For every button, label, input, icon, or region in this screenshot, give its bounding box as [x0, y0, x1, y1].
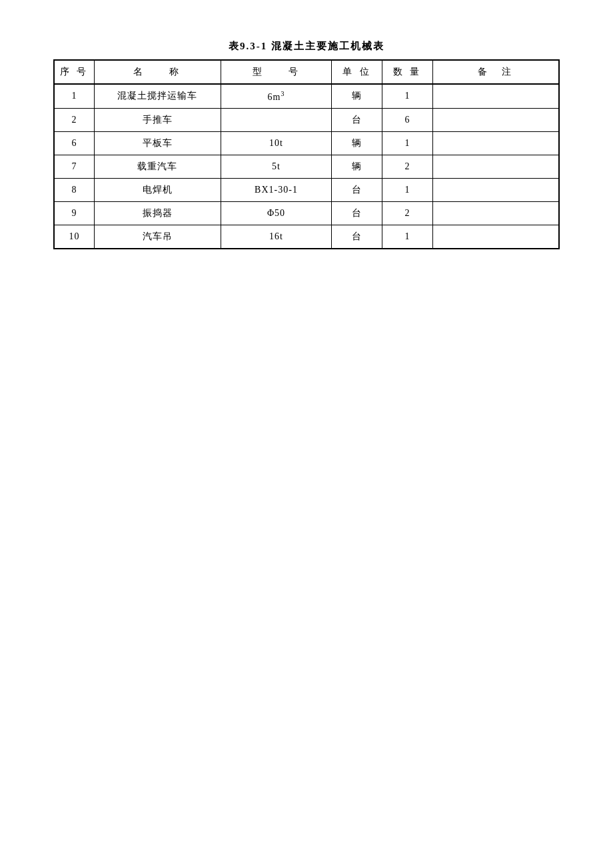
cell-name: 电焊机: [95, 178, 221, 201]
cell-model: [221, 108, 332, 131]
cell-unit: 台: [332, 201, 382, 225]
header-seq: 序 号: [54, 60, 95, 84]
table-row: 9振捣器Φ50台2: [54, 201, 559, 225]
cell-seq: 2: [54, 108, 95, 131]
cell-remark: [432, 201, 559, 225]
cell-model: BX1-30-1: [221, 178, 332, 201]
cell-unit: 辆: [332, 155, 382, 178]
table-row: 6平板车10t辆1: [54, 131, 559, 155]
table-header-row: 序 号 名 称 型 号 单 位 数 量 备 注: [54, 60, 559, 84]
cell-model: 5t: [221, 155, 332, 178]
cell-seq: 8: [54, 178, 95, 201]
cell-model: 6m3: [221, 84, 332, 108]
header-name: 名 称: [95, 60, 221, 84]
cell-name: 平板车: [95, 131, 221, 155]
cell-seq: 9: [54, 201, 95, 225]
cell-qty: 6: [382, 108, 433, 131]
cell-qty: 1: [382, 131, 433, 155]
cell-unit: 台: [332, 178, 382, 201]
cell-name: 手推车: [95, 108, 221, 131]
cell-seq: 1: [54, 84, 95, 108]
cell-name: 振捣器: [95, 201, 221, 225]
cell-remark: [432, 84, 559, 108]
table-row: 8电焊机BX1-30-1台1: [54, 178, 559, 201]
cell-qty: 2: [382, 155, 433, 178]
cell-seq: 6: [54, 131, 95, 155]
cell-remark: [432, 225, 559, 249]
cell-remark: [432, 131, 559, 155]
cell-remark: [432, 178, 559, 201]
header-qty: 数 量: [382, 60, 433, 84]
cell-name: 载重汽车: [95, 155, 221, 178]
cell-qty: 1: [382, 84, 433, 108]
cell-name: 混凝土搅拌运输车: [95, 84, 221, 108]
cell-model: 16t: [221, 225, 332, 249]
cell-model: Φ50: [221, 201, 332, 225]
table-row: 1混凝土搅拌运输车6m3辆1: [54, 84, 559, 108]
cell-seq: 10: [54, 225, 95, 249]
cell-qty: 1: [382, 225, 433, 249]
cell-seq: 7: [54, 155, 95, 178]
cell-qty: 2: [382, 201, 433, 225]
cell-unit: 台: [332, 108, 382, 131]
machinery-table: 序 号 名 称 型 号 单 位 数 量 备 注 1混凝土搅拌运输车6m3辆12手…: [53, 59, 560, 249]
cell-remark: [432, 108, 559, 131]
page: 表9.3-1 混凝土主要施工机械表 序 号 名 称 型 号 单 位 数 量 备 …: [0, 0, 613, 868]
header-model: 型 号: [221, 60, 332, 84]
header-unit: 单 位: [332, 60, 382, 84]
table-row: 2手推车台6: [54, 108, 559, 131]
cell-name: 汽车吊: [95, 225, 221, 249]
cell-remark: [432, 155, 559, 178]
cell-unit: 辆: [332, 84, 382, 108]
header-remark: 备 注: [432, 60, 559, 84]
cell-unit: 辆: [332, 131, 382, 155]
table-title: 表9.3-1 混凝土主要施工机械表: [53, 40, 560, 53]
table-row: 7载重汽车5t辆2: [54, 155, 559, 178]
cell-model: 10t: [221, 131, 332, 155]
cell-unit: 台: [332, 225, 382, 249]
table-row: 10汽车吊16t台1: [54, 225, 559, 249]
cell-qty: 1: [382, 178, 433, 201]
